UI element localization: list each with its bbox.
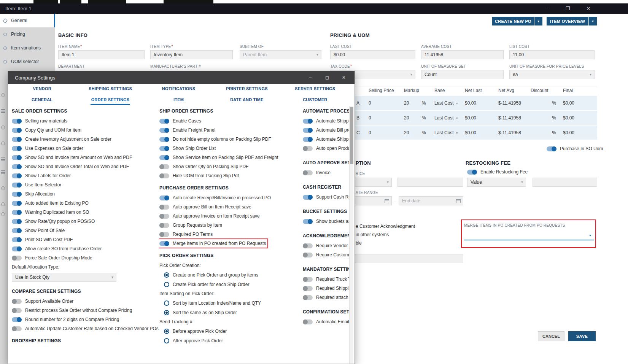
toggle-row[interactable]: Allow create SO from Purchase Order	[12, 246, 102, 251]
toggle-row[interactable]: Show SO and Invoice Order Total on Web a…	[12, 164, 129, 169]
list-cost-field[interactable]: 11.00	[509, 50, 595, 59]
toggle-row[interactable]: Invoice	[303, 170, 331, 175]
item-overview-dropdown-arrow[interactable]: ▾	[589, 17, 597, 25]
toggle-switch[interactable]	[12, 119, 22, 124]
toggle-switch[interactable]	[12, 237, 22, 242]
sidebar-item[interactable]: Item variations	[0, 41, 55, 55]
cancel-button[interactable]: CANCEL	[538, 331, 564, 341]
save-button[interactable]: SAVE	[568, 331, 596, 341]
enable-restocking-fee-toggle[interactable]	[467, 170, 477, 175]
restocking-value-dropdown[interactable]: Value	[467, 178, 526, 187]
modal-tab[interactable]: ORDER SETTINGS	[76, 95, 144, 106]
toggle-switch[interactable]	[159, 119, 169, 124]
toggle-switch[interactable]	[303, 253, 313, 258]
toggle-row[interactable]: Automate Shippi	[303, 137, 350, 142]
toggle-row[interactable]: Require Customer	[303, 252, 351, 258]
toggle-switch[interactable]	[12, 164, 22, 169]
window-minimize-icon[interactable]: –	[536, 3, 557, 14]
toggle-row[interactable]: Automatic Update Customer Rate based on …	[12, 326, 159, 331]
toggle-switch[interactable]	[12, 308, 22, 313]
toggle-switch[interactable]	[303, 119, 313, 124]
toggle-switch[interactable]	[12, 256, 22, 261]
toggle-row[interactable]: Support Cash Reg	[303, 194, 351, 200]
radio-option[interactable]: Sort the same as on Ship Order	[164, 310, 300, 315]
toggle-row[interactable]: Selling raw materials	[12, 118, 67, 124]
radio-icon[interactable]	[164, 300, 169, 306]
toggle-switch[interactable]	[159, 137, 169, 142]
modal-tab[interactable]: DATE AND TIME	[213, 95, 281, 106]
toggle-switch[interactable]	[303, 170, 313, 175]
toggle-switch[interactable]	[12, 326, 22, 331]
price-table-row[interactable]: B 0 20 % Last Cost $0.00 $-11.41958 % $0…	[355, 111, 597, 125]
toggle-row[interactable]: Force Sale Order Dropship Mode	[12, 255, 92, 261]
toggle-row[interactable]: Skip Allocation	[12, 191, 55, 197]
toggle-switch[interactable]	[159, 155, 169, 160]
selling-price-cell[interactable]: 0	[367, 130, 399, 135]
toggle-switch[interactable]	[303, 128, 313, 133]
toggle-row[interactable]: Show SO and Invoice Item Amount on Web a…	[12, 155, 132, 160]
radio-icon[interactable]	[164, 272, 169, 278]
modal-minimize-icon[interactable]: –	[302, 71, 319, 84]
selling-price-cell[interactable]: 0	[367, 115, 399, 121]
toggle-row[interactable]: Required Truck Ty	[303, 277, 351, 282]
toggle-switch[interactable]	[303, 277, 313, 282]
toggle-row[interactable]: Enable Freight Panel	[159, 127, 215, 133]
merge-items-dropdown[interactable]	[464, 230, 594, 240]
toggle-row[interactable]: Round number for 2 digits on Compare Pri…	[12, 317, 119, 322]
toggle-switch[interactable]	[303, 137, 313, 142]
toggle-row[interactable]: Show Ship Order List	[159, 146, 216, 151]
toggle-row[interactable]: Copy Qty and UOM for item	[12, 127, 81, 133]
subitem-of-dropdown[interactable]: Parent Item	[240, 50, 321, 59]
toggle-switch[interactable]	[12, 219, 22, 224]
radio-icon[interactable]	[164, 329, 169, 334]
radio-icon[interactable]	[164, 338, 169, 343]
toggle-row[interactable]: Support Available Order	[12, 299, 73, 304]
calendar-icon[interactable]	[385, 199, 389, 203]
calendar-icon[interactable]	[456, 199, 461, 203]
toggle-row[interactable]: Do not hide empty columns on Packing Sli…	[159, 137, 271, 142]
window-maximize-icon[interactable]: ❐	[557, 3, 578, 14]
start-date-field[interactable]	[355, 196, 392, 205]
markup-cell[interactable]: 20	[399, 100, 420, 106]
toggle-switch[interactable]	[12, 210, 22, 215]
base-dropdown-cell[interactable]: Last Cost	[433, 130, 463, 135]
toggle-switch[interactable]	[159, 128, 169, 133]
modal-scrollbar-thumb[interactable]	[350, 107, 353, 164]
toggle-row[interactable]: Restrict process Sale Order without Comp…	[12, 308, 132, 313]
price-table-row[interactable]: A 0 20 % Last Cost $0.00 $-11.41958 % $0…	[355, 96, 597, 110]
toggle-row[interactable]: Merge Items in PO created from PO Reques…	[159, 241, 266, 246]
toggle-row[interactable]: Hide UOM from Packing Slip Pdf	[159, 173, 239, 178]
toggle-switch[interactable]	[303, 319, 313, 324]
toggle-switch[interactable]	[303, 219, 313, 224]
price-input-stub[interactable]	[397, 178, 463, 187]
toggle-row[interactable]: Auto open Produ	[303, 146, 350, 151]
toggle-row[interactable]: Auto approve Bill on Item Receipt save	[159, 204, 251, 210]
toggle-switch[interactable]	[303, 146, 313, 151]
toggle-row[interactable]: Required PO Terms	[159, 232, 213, 237]
toggle-switch[interactable]	[12, 183, 22, 188]
toggle-row[interactable]: Required Shipping	[303, 286, 351, 291]
purchase-in-so-uom-toggle[interactable]	[547, 146, 556, 151]
radio-option[interactable]: Create Pick order for each Ship Order	[164, 281, 300, 287]
toggle-row[interactable]: Automate Bill pro	[303, 127, 351, 133]
price-table-row[interactable]: C 0 20 % Last Cost $0.00 $-11.41958 % $0…	[355, 126, 597, 140]
toggle-switch[interactable]	[303, 295, 313, 300]
toggle-switch[interactable]	[12, 137, 22, 142]
modal-scrollbar[interactable]	[349, 106, 353, 364]
toggle-switch[interactable]	[12, 299, 22, 304]
toggle-row[interactable]: Auto added item to Existing PO	[12, 200, 89, 206]
toggle-switch[interactable]	[12, 317, 22, 322]
modal-tab[interactable]: SERVER SETTINGS	[281, 84, 349, 95]
purchase-in-so-uom-row[interactable]: Purchase In SO Uom	[547, 146, 603, 151]
sidebar-item[interactable]: Pricing	[0, 27, 55, 41]
modal-tab[interactable]: GENERAL	[8, 95, 76, 106]
radio-icon[interactable]	[164, 282, 169, 287]
toggle-row[interactable]: Show buckets as t	[303, 219, 351, 224]
toggle-switch[interactable]	[12, 192, 22, 197]
toggle-switch[interactable]	[159, 223, 169, 228]
toggle-switch[interactable]	[159, 214, 169, 219]
item-name-field[interactable]: Item 1	[58, 50, 145, 59]
toggle-row[interactable]: Group Requests by Item	[159, 223, 222, 228]
toggle-switch[interactable]	[303, 286, 313, 291]
markup-cell[interactable]: 20	[399, 130, 420, 135]
